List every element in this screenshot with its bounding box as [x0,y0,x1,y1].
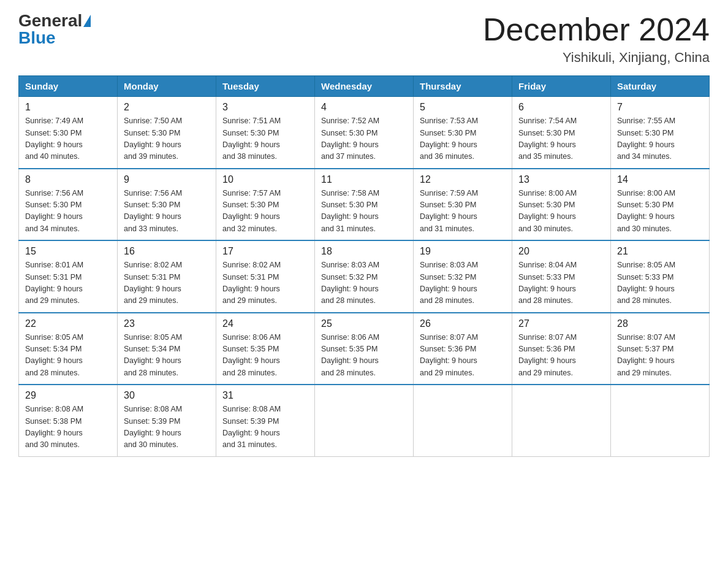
day-number: 13 [518,174,604,185]
calendar-cell: 5Sunrise: 7:53 AMSunset: 5:30 PMDaylight… [414,97,512,169]
calendar-cell: 30Sunrise: 8:08 AMSunset: 5:39 PMDayligh… [118,385,216,456]
calendar-cell: 18Sunrise: 8:03 AMSunset: 5:32 PMDayligh… [315,240,414,313]
day-info: Sunrise: 7:59 AMSunset: 5:30 PMDaylight:… [420,188,506,236]
day-number: 31 [222,390,308,401]
calendar-header-row: SundayMondayTuesdayWednesdayThursdayFrid… [19,76,710,97]
calendar-cell: 7Sunrise: 7:55 AMSunset: 5:30 PMDaylight… [611,97,710,169]
day-info: Sunrise: 8:01 AMSunset: 5:31 PMDaylight:… [25,259,111,307]
logo-triangle-icon [83,15,91,27]
calendar-cell: 12Sunrise: 7:59 AMSunset: 5:30 PMDayligh… [414,169,512,241]
day-info: Sunrise: 7:55 AMSunset: 5:30 PMDaylight:… [617,115,703,163]
calendar-cell: 25Sunrise: 8:06 AMSunset: 5:35 PMDayligh… [315,313,414,385]
calendar-cell: 21Sunrise: 8:05 AMSunset: 5:33 PMDayligh… [611,240,710,313]
day-number: 9 [124,174,210,185]
calendar-cell: 23Sunrise: 8:05 AMSunset: 5:34 PMDayligh… [118,313,216,385]
day-number: 17 [222,246,308,257]
day-number: 7 [617,102,703,113]
calendar-cell [414,385,512,456]
day-info: Sunrise: 7:57 AMSunset: 5:30 PMDaylight:… [222,188,308,236]
day-number: 2 [124,102,210,113]
day-number: 12 [420,174,506,185]
day-number: 10 [222,174,308,185]
day-info: Sunrise: 7:56 AMSunset: 5:30 PMDaylight:… [25,188,111,236]
calendar-week-row: 29Sunrise: 8:08 AMSunset: 5:38 PMDayligh… [19,385,710,456]
day-info: Sunrise: 7:51 AMSunset: 5:30 PMDaylight:… [222,115,308,163]
day-number: 3 [222,102,308,113]
calendar-cell: 6Sunrise: 7:54 AMSunset: 5:30 PMDaylight… [512,97,611,169]
day-info: Sunrise: 8:00 AMSunset: 5:30 PMDaylight:… [518,188,604,236]
day-info: Sunrise: 7:54 AMSunset: 5:30 PMDaylight:… [518,115,604,163]
calendar-col-thursday: Thursday [414,76,512,97]
day-number: 23 [124,318,210,329]
calendar-week-row: 22Sunrise: 8:05 AMSunset: 5:34 PMDayligh… [19,313,710,385]
day-number: 19 [420,246,506,257]
day-info: Sunrise: 8:04 AMSunset: 5:33 PMDaylight:… [518,259,604,307]
day-number: 28 [617,318,703,329]
calendar-col-sunday: Sunday [19,76,118,97]
calendar-cell: 8Sunrise: 7:56 AMSunset: 5:30 PMDaylight… [19,169,118,241]
month-title: December 2024 [483,12,710,47]
day-number: 30 [124,390,210,401]
day-number: 21 [617,246,703,257]
location-title: Yishikuli, Xinjiang, China [483,50,710,66]
logo: General Blue [18,12,91,47]
calendar-cell: 9Sunrise: 7:56 AMSunset: 5:30 PMDaylight… [118,169,216,241]
day-info: Sunrise: 8:06 AMSunset: 5:35 PMDaylight:… [222,332,308,380]
day-number: 24 [222,318,308,329]
calendar-week-row: 15Sunrise: 8:01 AMSunset: 5:31 PMDayligh… [19,240,710,313]
logo-blue-text: Blue [18,29,56,47]
day-info: Sunrise: 8:05 AMSunset: 5:34 PMDaylight:… [124,332,210,380]
day-info: Sunrise: 8:05 AMSunset: 5:34 PMDaylight:… [25,332,111,380]
calendar-cell: 1Sunrise: 7:49 AMSunset: 5:30 PMDaylight… [19,97,118,169]
day-info: Sunrise: 8:03 AMSunset: 5:32 PMDaylight:… [321,259,407,307]
calendar-cell: 16Sunrise: 8:02 AMSunset: 5:31 PMDayligh… [118,240,216,313]
calendar-week-row: 8Sunrise: 7:56 AMSunset: 5:30 PMDaylight… [19,169,710,241]
day-number: 4 [321,102,407,113]
day-number: 27 [518,318,604,329]
calendar-cell: 31Sunrise: 8:08 AMSunset: 5:39 PMDayligh… [216,385,315,456]
calendar-cell: 13Sunrise: 8:00 AMSunset: 5:30 PMDayligh… [512,169,611,241]
calendar-cell [315,385,414,456]
day-info: Sunrise: 7:53 AMSunset: 5:30 PMDaylight:… [420,115,506,163]
calendar-cell: 22Sunrise: 8:05 AMSunset: 5:34 PMDayligh… [19,313,118,385]
day-info: Sunrise: 7:56 AMSunset: 5:30 PMDaylight:… [124,188,210,236]
calendar-cell: 17Sunrise: 8:02 AMSunset: 5:31 PMDayligh… [216,240,315,313]
day-number: 5 [420,102,506,113]
calendar-cell: 3Sunrise: 7:51 AMSunset: 5:30 PMDaylight… [216,97,315,169]
day-number: 1 [25,102,111,113]
day-info: Sunrise: 8:08 AMSunset: 5:38 PMDaylight:… [25,404,111,451]
calendar-cell: 20Sunrise: 8:04 AMSunset: 5:33 PMDayligh… [512,240,611,313]
calendar-cell: 11Sunrise: 7:58 AMSunset: 5:30 PMDayligh… [315,169,414,241]
day-number: 6 [518,102,604,113]
day-number: 15 [25,246,111,257]
day-info: Sunrise: 8:08 AMSunset: 5:39 PMDaylight:… [124,404,210,451]
day-info: Sunrise: 8:06 AMSunset: 5:35 PMDaylight:… [321,332,407,380]
calendar-cell: 4Sunrise: 7:52 AMSunset: 5:30 PMDaylight… [315,97,414,169]
day-number: 14 [617,174,703,185]
calendar-cell: 27Sunrise: 8:07 AMSunset: 5:36 PMDayligh… [512,313,611,385]
calendar-cell: 26Sunrise: 8:07 AMSunset: 5:36 PMDayligh… [414,313,512,385]
calendar-cell: 19Sunrise: 8:03 AMSunset: 5:32 PMDayligh… [414,240,512,313]
calendar-col-tuesday: Tuesday [216,76,315,97]
calendar-table: SundayMondayTuesdayWednesdayThursdayFrid… [18,75,710,457]
calendar-week-row: 1Sunrise: 7:49 AMSunset: 5:30 PMDaylight… [19,97,710,169]
day-info: Sunrise: 8:05 AMSunset: 5:33 PMDaylight:… [617,259,703,307]
day-info: Sunrise: 8:02 AMSunset: 5:31 PMDaylight:… [222,259,308,307]
day-number: 20 [518,246,604,257]
day-info: Sunrise: 8:07 AMSunset: 5:37 PMDaylight:… [617,332,703,380]
calendar-col-saturday: Saturday [611,76,710,97]
day-number: 22 [25,318,111,329]
calendar-cell: 2Sunrise: 7:50 AMSunset: 5:30 PMDaylight… [118,97,216,169]
day-number: 16 [124,246,210,257]
calendar-col-friday: Friday [512,76,611,97]
title-block: December 2024 Yishikuli, Xinjiang, China [483,12,710,66]
day-info: Sunrise: 8:02 AMSunset: 5:31 PMDaylight:… [124,259,210,307]
calendar-cell: 10Sunrise: 7:57 AMSunset: 5:30 PMDayligh… [216,169,315,241]
day-number: 11 [321,174,407,185]
calendar-cell: 29Sunrise: 8:08 AMSunset: 5:38 PMDayligh… [19,385,118,456]
day-info: Sunrise: 7:52 AMSunset: 5:30 PMDaylight:… [321,115,407,163]
day-info: Sunrise: 8:03 AMSunset: 5:32 PMDaylight:… [420,259,506,307]
day-info: Sunrise: 8:08 AMSunset: 5:39 PMDaylight:… [222,404,308,451]
calendar-cell: 24Sunrise: 8:06 AMSunset: 5:35 PMDayligh… [216,313,315,385]
day-info: Sunrise: 8:07 AMSunset: 5:36 PMDaylight:… [518,332,604,380]
